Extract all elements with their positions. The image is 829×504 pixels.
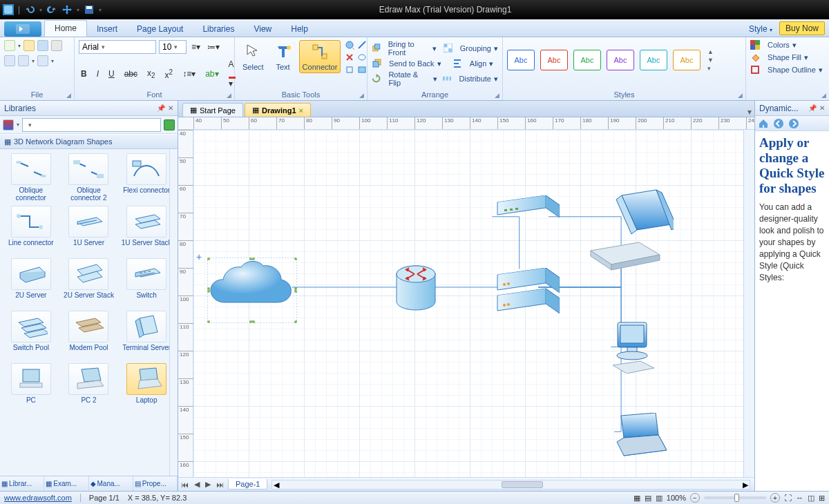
- page-first-icon[interactable]: ⏮: [178, 481, 191, 489]
- paste-icon[interactable]: [37, 55, 48, 66]
- horizontal-scrollbar[interactable]: ◀▶: [271, 480, 750, 490]
- select-tool[interactable]: Select: [239, 40, 267, 73]
- tab-insert[interactable]: Insert: [87, 21, 127, 37]
- shape-pc-2[interactable]: [608, 320, 656, 376]
- undo-icon[interactable]: [24, 4, 35, 15]
- bring-front-button[interactable]: Bring to Front: [388, 40, 430, 57]
- colors-button[interactable]: Colors: [768, 41, 790, 49]
- file-menu-button[interactable]: [4, 21, 41, 37]
- panel-close-icon[interactable]: ✕: [819, 104, 825, 112]
- shape-cloud[interactable]: [207, 258, 297, 325]
- move-icon[interactable]: [61, 4, 73, 15]
- styles-down-icon[interactable]: ▼: [707, 57, 714, 64]
- shape-router[interactable]: [395, 264, 437, 315]
- zoom-knob[interactable]: [734, 494, 739, 502]
- minimize-icon[interactable]: [789, 5, 799, 14]
- view-normal-icon[interactable]: ▦: [633, 494, 640, 503]
- shape-stencil[interactable]: PC 2: [61, 362, 117, 413]
- scroll-left-icon[interactable]: ◀: [274, 481, 279, 490]
- underline-button[interactable]: U: [106, 69, 117, 79]
- redo-icon[interactable]: [46, 4, 57, 15]
- style-link[interactable]: Style ▾: [743, 21, 778, 37]
- doctab-drawing1[interactable]: ▦Drawing1×: [245, 103, 311, 117]
- rect-icon[interactable]: [357, 65, 367, 75]
- panel-close-icon[interactable]: ✕: [168, 104, 173, 112]
- number-list-icon[interactable]: ≔▾: [205, 42, 222, 52]
- style-swatch[interactable]: Abc: [607, 50, 634, 70]
- styles-up-icon[interactable]: ▲: [707, 48, 714, 55]
- superscript-button[interactable]: x2: [163, 68, 175, 80]
- text-tool[interactable]: Text: [270, 40, 296, 73]
- style-swatch[interactable]: Abc: [573, 50, 601, 70]
- ellipse-icon[interactable]: [357, 52, 367, 62]
- rotate-button[interactable]: Rotate & Flip: [388, 70, 430, 87]
- shape-stencil[interactable]: PC: [3, 362, 59, 413]
- tab-view[interactable]: View: [244, 21, 281, 37]
- connector-tool[interactable]: Connector: [299, 40, 341, 73]
- vendor-link[interactable]: www.edrawsoft.com: [4, 494, 72, 502]
- shape-stencil[interactable]: Terminal Server: [118, 309, 175, 360]
- style-swatch[interactable]: Abc: [640, 50, 667, 70]
- send-back-button[interactable]: Send to Back: [389, 59, 434, 68]
- grid-icon[interactable]: ⊞: [819, 494, 825, 503]
- home-icon[interactable]: [758, 118, 769, 129]
- fit-page-icon[interactable]: ⛶: [784, 494, 792, 502]
- cut-icon[interactable]: [4, 55, 15, 66]
- shape-stencil[interactable]: 1U Server: [61, 204, 117, 255]
- panel-tab-properties[interactable]: ▤ Prope...: [133, 476, 178, 491]
- new-icon[interactable]: [4, 40, 15, 51]
- fill-button[interactable]: Shape Fill: [768, 53, 801, 61]
- pin-icon[interactable]: 📌: [157, 104, 165, 112]
- shape-pc-1[interactable]: [584, 188, 674, 273]
- delete-icon[interactable]: [345, 52, 354, 62]
- tab-libraries[interactable]: Libraries: [193, 21, 244, 37]
- page-next-icon[interactable]: ▶: [202, 480, 213, 489]
- panel-tab-libraries[interactable]: ▦ Librar...: [0, 476, 44, 491]
- page-tab[interactable]: Page-1: [228, 479, 267, 490]
- scroll-thumb[interactable]: [502, 481, 543, 488]
- view-outline-icon[interactable]: ▤: [645, 494, 651, 503]
- italic-button[interactable]: I: [95, 69, 101, 79]
- font-size-combo[interactable]: 10▾: [159, 40, 187, 54]
- shape-stencil[interactable]: Oblique connector 2: [61, 152, 117, 203]
- view-full-icon[interactable]: ▥: [656, 494, 663, 503]
- tab-help[interactable]: Help: [281, 21, 318, 37]
- tab-page-layout[interactable]: Page Layout: [127, 21, 193, 37]
- grid-scrollbar[interactable]: [169, 149, 178, 476]
- buy-now-button[interactable]: Buy Now: [779, 21, 825, 35]
- shape-tool-icon[interactable]: [345, 40, 354, 50]
- style-swatch[interactable]: Abc: [540, 50, 568, 70]
- pin-icon[interactable]: 📌: [808, 104, 817, 112]
- shape-stencil[interactable]: 2U Server Stack: [61, 257, 117, 308]
- subscript-button[interactable]: x2: [145, 68, 158, 79]
- print-icon[interactable]: [51, 40, 62, 51]
- panel-tab-examples[interactable]: ▦ Exam...: [44, 476, 88, 491]
- doctabs-dropdown-icon[interactable]: ▾: [747, 107, 752, 117]
- crop-icon[interactable]: [345, 65, 354, 75]
- shape-stencil[interactable]: Oblique connector: [3, 152, 59, 203]
- vertical-scrollbar[interactable]: [743, 130, 754, 477]
- zoom-value[interactable]: 100%: [667, 494, 686, 502]
- shape-server-stack[interactable]: [484, 268, 560, 321]
- shape-stencil[interactable]: Switch: [118, 257, 175, 308]
- shape-stencil[interactable]: Modem Pool: [61, 309, 117, 360]
- maximize-icon[interactable]: [803, 5, 812, 14]
- strike-button[interactable]: abc: [122, 69, 140, 79]
- shape-stencil[interactable]: Flexi connector: [118, 152, 175, 203]
- pan-icon[interactable]: ◫: [808, 494, 814, 503]
- canvas[interactable]: +: [193, 130, 743, 477]
- zoom-slider[interactable]: [704, 496, 766, 499]
- lib-gallery-icon[interactable]: [3, 119, 14, 130]
- shape-stencil[interactable]: 1U Server Stack: [118, 204, 175, 255]
- shape-stencil[interactable]: Switch Pool: [3, 309, 59, 360]
- copy-icon[interactable]: [18, 55, 29, 66]
- page-last-icon[interactable]: ⏭: [213, 481, 227, 489]
- bullet-list-icon[interactable]: ≡▾: [189, 42, 202, 52]
- line-tool-icon[interactable]: [357, 40, 367, 50]
- forward-icon[interactable]: [788, 118, 799, 129]
- close-icon[interactable]: [817, 5, 826, 14]
- tab-home[interactable]: Home: [44, 20, 87, 37]
- page-prev-icon[interactable]: ◀: [191, 480, 202, 489]
- align-button[interactable]: Align: [470, 59, 486, 68]
- bold-button[interactable]: B: [79, 69, 89, 79]
